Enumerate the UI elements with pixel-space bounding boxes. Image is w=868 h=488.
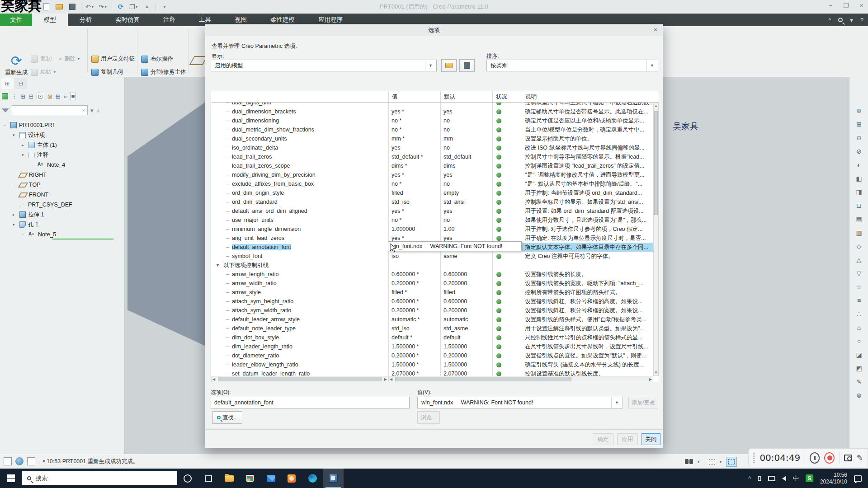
sort-combobox[interactable]: 按类别 ▼ bbox=[486, 60, 658, 71]
apply-button[interactable]: 应用 bbox=[617, 433, 638, 445]
taskbar-edge-icon[interactable] bbox=[302, 469, 323, 488]
option-row-dual_metric_dim_show_fractions[interactable]: –dual_metric_dim_show_fractionsno *no当主单… bbox=[211, 125, 659, 134]
search-icon[interactable] bbox=[838, 18, 843, 22]
microphone-icon[interactable] bbox=[758, 476, 761, 481]
display-combobox[interactable]: 启用的模型 ▼ bbox=[211, 60, 437, 71]
collapse-icon[interactable]: ▼ bbox=[216, 263, 220, 267]
option-row-modify_driving_dim_by_precision[interactable]: –modify_driving_dim_by_precisionyes *yes… bbox=[211, 170, 659, 179]
chevron-down-icon[interactable]: ▼ bbox=[646, 60, 654, 71]
tree-item-RIGHT[interactable]: –RIGHT bbox=[13, 170, 47, 179]
option-row-symbol_font[interactable]: –symbol_fontisoasme定义 Creo 注释中可用符号的字体。 bbox=[211, 252, 659, 261]
tree-item-Note_5[interactable]: –A≡Note_5 bbox=[22, 230, 56, 239]
option-row-以下选项控制引线[interactable]: ▼以下选项控制引线 bbox=[211, 261, 659, 270]
viewer-toolbar-icon[interactable]: ⌂ bbox=[854, 322, 864, 333]
option-row-lead_trail_zeros[interactable]: –lead_trail_zerosstd_default *std_defaul… bbox=[211, 152, 659, 161]
tab-model-tree[interactable]: ⊞ bbox=[1, 78, 14, 89]
sogou-input-icon[interactable]: S bbox=[806, 474, 813, 482]
browse-button[interactable]: 浏览... bbox=[417, 411, 440, 424]
collapse-tree-icon[interactable]: ⊟ bbox=[28, 93, 33, 100]
boolean-operations-button[interactable]: 布尔操作 bbox=[141, 55, 173, 63]
viewer-toolbar-icon[interactable]: ◪ bbox=[854, 349, 864, 360]
copy-button[interactable]: 复制 bbox=[31, 55, 52, 63]
viewer-toolbar-icon[interactable]: ⊕ bbox=[854, 105, 864, 116]
display-icon[interactable] bbox=[768, 476, 775, 481]
option-row-use_major_units[interactable]: –use_major_unitsno *no如果使用分数尺寸，且此选项设置为"是… bbox=[211, 216, 659, 225]
option-row-iso_ordinate_delta[interactable]: –iso_ordinate_deltayesno改进 ISO-纵坐标尺寸线与尺寸… bbox=[211, 143, 659, 152]
screenshot-camera-icon[interactable] bbox=[844, 455, 852, 461]
viewer-toolbar-icon[interactable]: ⊘ bbox=[854, 146, 864, 157]
close-button[interactable]: 关闭 bbox=[642, 433, 660, 445]
taskbar-photos-icon[interactable] bbox=[281, 469, 302, 488]
option-row-ord_dim_origin_style[interactable]: –ord_dim_origin_stylefilledempty用于控制: 当细… bbox=[211, 188, 659, 197]
option-row-minimum_angle_dimension[interactable]: –minimum_angle_dimension1.0000001.00用于控制… bbox=[211, 225, 659, 234]
option-row-dual_digits_dim[interactable]: –dual_digits_dim控制双重尺寸号与主要尺寸相比，小数点右边的数..… bbox=[211, 103, 659, 107]
paste-button[interactable]: 粘贴▾ bbox=[31, 68, 56, 76]
taskbar-search-input[interactable]: 搜索 bbox=[22, 471, 177, 485]
tree-item-FRONT[interactable]: –FRONT bbox=[13, 190, 48, 199]
option-row-default_leader_arrow_style[interactable]: –default_leader_arrow_styleautomatic *au… bbox=[211, 315, 659, 324]
tab-文件[interactable]: 文件 bbox=[0, 14, 32, 26]
dialog-close-icon[interactable]: × bbox=[654, 26, 657, 33]
option-row-exclude_affixes_from_basic_box[interactable]: –exclude_affixes_from_basic_boxno *no"是"… bbox=[211, 179, 659, 188]
close-icon[interactable]: × bbox=[860, 2, 863, 9]
expand-tree-icon[interactable]: ⊞ bbox=[20, 93, 25, 100]
vscroll-thumb[interactable] bbox=[654, 111, 658, 215]
scroll-left-icon[interactable]: ◀ bbox=[390, 376, 392, 382]
viewer-toolbar-icon[interactable]: ▤ bbox=[854, 214, 864, 225]
option-row-arrow_width_ratio[interactable]: –arrow_width_ratio0.200000 *0.200000设置指引… bbox=[211, 279, 659, 288]
option-row-dim_leader_length_ratio[interactable]: –dim_leader_length_ratio1.500000 *1.5000… bbox=[211, 342, 659, 351]
tree-item-Note_4[interactable]: –A≡Note_4 bbox=[31, 160, 65, 169]
viewer-toolbar-icon[interactable]: ▥ bbox=[854, 227, 864, 238]
new-annotation-icon[interactable]: ⊠ bbox=[47, 93, 52, 100]
option-row-ord_dim_standard[interactable]: –ord_dim_standardstd_isostd_ansi控制纵坐标尺寸的… bbox=[211, 197, 659, 206]
hscroll-thumb[interactable] bbox=[218, 377, 382, 381]
show-icon[interactable] bbox=[2, 93, 8, 99]
scroll-right-icon[interactable]: ▶ bbox=[649, 376, 652, 382]
find-button[interactable]: 查找... bbox=[212, 411, 242, 424]
hscroll-thumb[interactable] bbox=[395, 377, 571, 381]
taskbar-task-view-icon[interactable] bbox=[198, 469, 219, 488]
option-row-arrow_length_ratio[interactable]: –arrow_length_ratio0.600000 *0.600000设置指… bbox=[211, 270, 659, 279]
viewer-toolbar-icon[interactable]: ✎ bbox=[854, 376, 864, 387]
expand-icon[interactable]: ▸ bbox=[22, 143, 26, 147]
horizontal-scrollbar-left[interactable]: ◀ ▶ bbox=[211, 376, 388, 382]
ime-indicator[interactable]: 中 bbox=[793, 474, 799, 483]
viewer-toolbar-icon[interactable]: ▽ bbox=[854, 268, 864, 279]
split-trim-body-button[interactable]: 分割/修剪主体 bbox=[141, 68, 186, 76]
tree-item-拉伸 1[interactable]: ▸拉伸 1 bbox=[13, 210, 44, 219]
volume-icon[interactable] bbox=[782, 476, 786, 481]
tree-filter-icon[interactable]: ⊞ bbox=[56, 93, 61, 100]
tab-模型[interactable]: 模型 bbox=[32, 14, 68, 26]
tree-item-注释[interactable]: ▾注释 bbox=[22, 150, 48, 160]
taskbar-cortana-icon[interactable] bbox=[177, 469, 198, 488]
horizontal-scrollbar-right[interactable]: ◀ ▶ bbox=[388, 376, 653, 382]
export-config-button[interactable] bbox=[459, 59, 475, 72]
viewer-toolbar-icon[interactable]: ◨ bbox=[854, 187, 864, 197]
viewer-toolbar-icon[interactable]: ◧ bbox=[854, 173, 864, 184]
taskbar-mail-icon[interactable] bbox=[260, 469, 281, 488]
viewer-toolbar-icon[interactable]: ⊞ bbox=[854, 119, 864, 130]
option-row-dual_dimensioning[interactable]: –dual_dimensioningno *no确定尺寸值是否应以主单位和/或辅… bbox=[211, 116, 659, 125]
tree-item-主体 (1)[interactable]: ▸主体 (1) bbox=[22, 141, 57, 150]
chevron-down-icon[interactable]: ▼ bbox=[425, 60, 433, 71]
help-icon[interactable]: ? bbox=[860, 17, 863, 23]
blank-model-icon[interactable] bbox=[27, 457, 35, 465]
viewer-toolbar-icon[interactable]: ⊖ bbox=[854, 132, 864, 143]
tree-item-PRT0001.PRT[interactable]: –PRT0001.PRT bbox=[4, 121, 56, 130]
scroll-right-icon[interactable]: ▶ bbox=[384, 376, 387, 382]
taskbar-file-explorer-icon[interactable] bbox=[219, 469, 240, 488]
tab-分析[interactable]: 分析 bbox=[68, 14, 104, 26]
tab-folder-browser[interactable]: ⊟ bbox=[14, 78, 27, 89]
select-items-icon[interactable] bbox=[726, 457, 737, 467]
selection-box-icon[interactable] bbox=[709, 459, 715, 465]
option-row-attach_sym_width_ratio[interactable]: –attach_sym_width_ratio0.200000 *0.20000… bbox=[211, 306, 659, 315]
taskbar-creo-parametric-icon[interactable] bbox=[323, 469, 344, 488]
import-config-button[interactable] bbox=[441, 59, 457, 72]
window-layout-icon[interactable] bbox=[4, 457, 12, 465]
option-row-default_note_leader_type[interactable]: –default_note_leader_typestd_isostd_asme… bbox=[211, 324, 659, 333]
option-row-dim_dot_box_style[interactable]: –dim_dot_box_styledefault *default只控制线性尺… bbox=[211, 333, 659, 342]
tree-item-PRT_CSYS_DEF[interactable]: –⌐PRT_CSYS_DEF bbox=[13, 200, 72, 209]
viewer-toolbar-icon[interactable]: △ bbox=[854, 254, 864, 265]
start-button[interactable] bbox=[0, 469, 22, 488]
viewer-toolbar-icon[interactable]: ≡ bbox=[854, 295, 864, 306]
